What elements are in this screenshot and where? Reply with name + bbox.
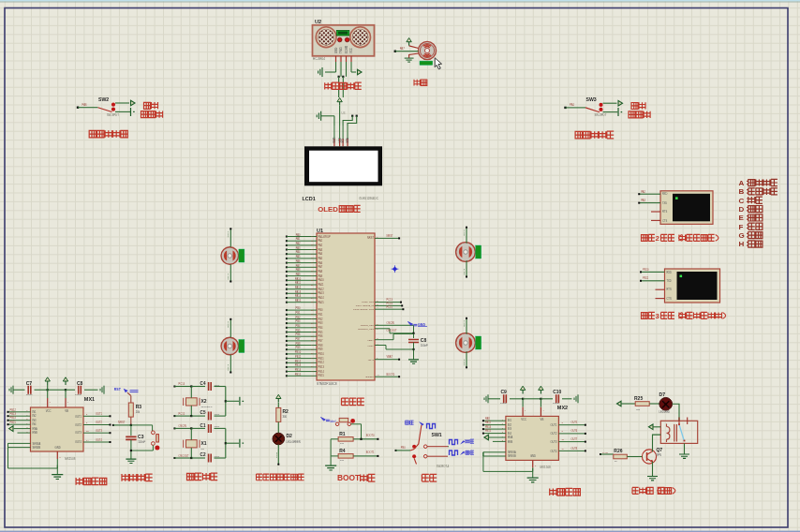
svg-text:PB4: PB4 [296, 324, 301, 328]
svg-text:A: A [739, 179, 745, 187]
svg-text:PB14: PB14 [10, 416, 17, 420]
svg-text:C2: C2 [200, 452, 206, 457]
svg-text:IN1: IN1 [33, 410, 37, 414]
svg-text:PB7: PB7 [319, 339, 323, 343]
svg-text:PB1: PB1 [296, 311, 301, 315]
svg-text:OSCIN: OSCIN [179, 424, 186, 428]
svg-text:GND: GND [333, 138, 336, 143]
svg-text:PA12: PA12 [295, 286, 302, 289]
svg-text:OUT5: OUT5 [570, 421, 577, 424]
svg-text:RST: RST [114, 388, 122, 392]
svg-text:OUT4: OUT4 [75, 440, 81, 444]
svg-text:ENA: ENA [508, 436, 513, 439]
svg-text:U3: U3 [342, 111, 346, 115]
svg-text:STM32F103C8: STM32F103C8 [317, 382, 337, 386]
svg-text:R4: R4 [339, 448, 346, 453]
svg-text:Q7: Q7 [656, 447, 662, 452]
svg-text:OUT1: OUT1 [75, 415, 81, 419]
svg-text:100uF: 100uF [75, 393, 82, 396]
svg-text:RTS: RTS [667, 288, 672, 291]
svg-text:PB15: PB15 [10, 421, 17, 424]
svg-text:ENB: ENB [508, 440, 513, 444]
svg-text:PA4: PA4 [296, 250, 301, 254]
svg-text:GND: GND [55, 446, 61, 450]
svg-text:PB0: PB0 [401, 446, 406, 450]
svg-text:VBAT: VBAT [386, 355, 393, 359]
svg-text:C8: C8 [421, 337, 427, 343]
svg-text:PC14: PC14 [179, 382, 185, 386]
svg-text:VBAT: VBAT [368, 359, 375, 362]
svg-text:PA0-WKUP: PA0-WKUP [319, 235, 332, 239]
svg-text:MX1508: MX1508 [65, 457, 76, 461]
svg-text:PB11: PB11 [295, 355, 302, 359]
svg-text:PA8: PA8 [485, 417, 490, 421]
svg-text:PC14: PC14 [386, 302, 393, 305]
svg-text:C5: C5 [200, 410, 206, 415]
svg-text:ENA: ENA [33, 427, 38, 431]
svg-text:OUT4: OUT4 [550, 450, 556, 453]
svg-text:PB13: PB13 [319, 365, 325, 369]
svg-text:U2: U2 [315, 19, 321, 24]
svg-text:TXD: TXD [667, 279, 672, 283]
svg-text:SENSA: SENSA [33, 442, 41, 446]
svg-text:PB14: PB14 [295, 368, 302, 372]
svg-text:OLED: OLED [318, 205, 338, 214]
svg-text:PB8: PB8 [296, 342, 301, 346]
svg-text:C10: C10 [553, 389, 561, 394]
svg-text:PB5: PB5 [296, 329, 301, 332]
svg-text:C1: C1 [200, 423, 206, 428]
svg-text:PB3: PB3 [296, 319, 301, 323]
svg-text:PB11: PB11 [643, 276, 649, 280]
svg-text:SW3: SW3 [586, 96, 597, 102]
svg-text:PA11: PA11 [295, 281, 302, 285]
svg-text:OUT3: OUT3 [227, 321, 230, 328]
svg-text:U1: U1 [317, 228, 323, 233]
svg-text:PA13: PA13 [295, 290, 302, 294]
svg-text:BOOT0: BOOT0 [386, 373, 394, 377]
svg-text:R2: R2 [283, 408, 289, 414]
svg-text:VCC: VCC [521, 418, 526, 421]
svg-text:OLED12864DC: OLED12864DC [359, 197, 379, 200]
svg-text:PC15-OSC32_OUT: PC15-OSC32_OUT [353, 308, 374, 311]
svg-text:NRST: NRST [118, 421, 126, 424]
svg-text:PA2: PA2 [296, 242, 301, 245]
svg-text:OUT2: OUT2 [96, 421, 102, 424]
svg-text:OUT8: OUT8 [570, 447, 577, 451]
svg-text:PB2: PB2 [319, 318, 323, 321]
svg-text:OUT4: OUT4 [96, 438, 102, 442]
svg-text:PA2: PA2 [319, 244, 323, 247]
svg-text:PB2: PB2 [296, 316, 301, 319]
svg-text:PA6: PA6 [82, 103, 88, 107]
svg-text:PA2: PA2 [641, 190, 645, 194]
svg-text:PA10: PA10 [319, 278, 325, 282]
svg-text:OUT6: OUT6 [463, 268, 466, 274]
svg-text:ECHO: ECHO [345, 45, 348, 53]
svg-text:C9: C9 [501, 389, 508, 394]
svg-text:PA3: PA3 [641, 199, 645, 202]
svg-text:OUT7: OUT7 [570, 437, 577, 441]
svg-text:NRST: NRST [367, 236, 374, 240]
svg-text:300: 300 [636, 408, 641, 411]
svg-text:PB6: PB6 [296, 332, 301, 336]
svg-text:100nF: 100nF [138, 440, 145, 444]
svg-text:OUT6: OUT6 [570, 429, 577, 433]
svg-text:RTS: RTS [662, 210, 667, 214]
svg-text:PA3: PA3 [296, 246, 301, 250]
svg-text:PC13: PC13 [386, 298, 393, 302]
svg-text:label: label [330, 420, 336, 423]
svg-text:R25: R25 [634, 395, 643, 401]
svg-text:PA14: PA14 [295, 294, 302, 298]
svg-text:OUT1: OUT1 [550, 423, 556, 427]
svg-text:PB13: PB13 [10, 412, 17, 416]
svg-text:IN4: IN4 [33, 422, 37, 426]
svg-text:PB14: PB14 [319, 370, 325, 374]
svg-text:PA1: PA1 [319, 239, 323, 243]
svg-text:32.768kHz: 32.768kHz [201, 406, 214, 408]
svg-text:OUT2: OUT2 [227, 273, 230, 279]
svg-text:PB6: PB6 [319, 334, 323, 338]
svg-text:SW1: SW1 [432, 432, 442, 437]
svg-text:PA11: PA11 [319, 283, 325, 287]
svg-text:PA9: PA9 [296, 273, 301, 276]
svg-text:PB15: PB15 [319, 374, 325, 377]
svg-text:BOOT0: BOOT0 [366, 376, 375, 378]
